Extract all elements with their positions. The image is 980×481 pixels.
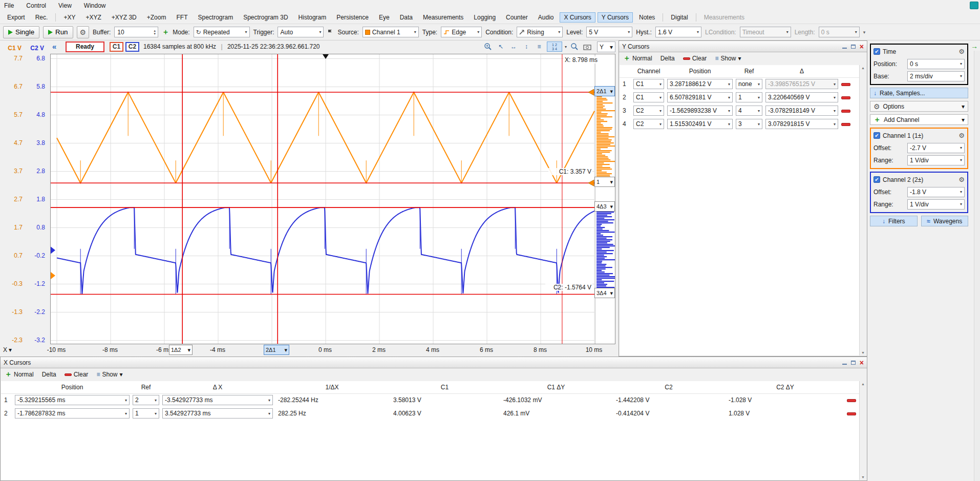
quad-view-toggle[interactable]: 1 23 4	[547, 41, 562, 52]
scope-settings-button[interactable]: ⚙	[77, 26, 90, 38]
y-cursors-titlebar[interactable]: Y Cursors ×	[619, 41, 867, 52]
time-position-dropdown[interactable]: 0 s▾	[907, 59, 965, 69]
zoom-in-icon[interactable]	[483, 41, 493, 52]
add-delta-cursor-button[interactable]: Delta	[661, 55, 675, 62]
channel2-chip[interactable]: C2	[125, 42, 139, 52]
remove-cursor-button[interactable]	[847, 399, 856, 402]
ref-dropdown[interactable]: 3▾	[736, 119, 762, 129]
show-menu-button[interactable]: ≡Show▾	[715, 55, 741, 62]
viewbar-histogram[interactable]: Histogram	[294, 12, 331, 23]
chevron-down-icon[interactable]: ▾	[565, 45, 567, 49]
channel1-range-dropdown[interactable]: 1 V/div▾	[907, 155, 965, 165]
viewbar-export[interactable]: Export	[3, 12, 29, 23]
viewbar-xy[interactable]: +XY	[59, 12, 79, 23]
options-dropdown[interactable]: ⚙ Options ▾	[870, 101, 968, 112]
channel2-range-dropdown[interactable]: 1 V/div▾	[907, 199, 965, 210]
channel1-chip[interactable]: C1	[110, 42, 123, 52]
fit-height-icon[interactable]: ↕	[521, 41, 531, 52]
viewbar-spectrogram3d[interactable]: Spectrogram 3D	[239, 12, 292, 23]
delta-dropdown[interactable]: -3.0782918149 V▾	[765, 106, 838, 116]
mode-dropdown[interactable]: ↻ Repeated ▾	[194, 27, 250, 37]
remove-cursor-button[interactable]	[847, 412, 856, 415]
levels-icon[interactable]: ≡	[534, 41, 544, 52]
viewbar-xyz[interactable]: +XYZ	[81, 12, 105, 23]
menu-view[interactable]: View	[58, 2, 72, 9]
close-icon[interactable]: ×	[860, 44, 864, 50]
x-cursor2-handle[interactable]: 2Δ1▾	[264, 345, 289, 355]
add-icon[interactable]: ＋	[162, 28, 169, 37]
buffer-spinner[interactable]: 10 ▲▼	[114, 27, 158, 37]
channel1-offset-dropdown[interactable]: -2.7 V▾	[907, 143, 965, 153]
remove-cursor-button[interactable]	[841, 83, 850, 86]
channel-dropdown[interactable]: C2▾	[633, 119, 664, 129]
menu-file[interactable]: File	[4, 2, 14, 9]
ref-dropdown[interactable]: 1▾	[133, 408, 159, 419]
viewbar-spectrogram[interactable]: Spectrogram	[194, 12, 237, 23]
waveform-plot[interactable]: X: 8.798 ms C1: 3.357 V C2: -1.5764 V 2Δ…	[50, 54, 615, 344]
viewbar-persistence[interactable]: Persistence	[332, 12, 373, 23]
position-dropdown[interactable]: -1.786287832 ms▾	[15, 408, 130, 419]
y-cursors-scrollbar[interactable]: ▲▼	[859, 65, 866, 355]
delta-x-dropdown[interactable]: 3.542927733 ms▾	[162, 408, 273, 419]
x-cursors-titlebar[interactable]: X Cursors ×	[1, 357, 867, 368]
expand-right-icon[interactable]: →	[971, 42, 978, 50]
toolbar-overflow-icon[interactable]: ▾	[863, 30, 866, 35]
ref-dropdown[interactable]: 4▾	[736, 106, 762, 116]
delta-x-dropdown[interactable]: -3.542927733 ms▾	[162, 395, 273, 405]
maximize-icon[interactable]	[851, 361, 856, 365]
x-cursors-scrollbar[interactable]: ▲▼	[859, 381, 866, 480]
viewbar-notes[interactable]: Notes	[635, 12, 659, 23]
viewbar-logging[interactable]: Logging	[470, 12, 500, 23]
shade-icon[interactable]	[842, 361, 847, 365]
add-delta-cursor-button[interactable]: Delta	[42, 371, 56, 378]
trigger-dropdown[interactable]: Auto ▾	[278, 27, 324, 37]
viewbar-eye[interactable]: Eye	[375, 12, 394, 23]
position-dropdown[interactable]: 6.507829181 V▾	[667, 92, 733, 102]
delta-dropdown[interactable]: 3.220640569 V▾	[765, 92, 838, 102]
screenshot-icon[interactable]	[582, 41, 592, 52]
channel1-checkbox[interactable]: ✔	[874, 132, 880, 139]
ref-dropdown[interactable]: none▾	[736, 79, 762, 89]
y-cursor4-handle[interactable]: 4Δ3▾	[594, 201, 615, 212]
menu-control[interactable]: Control	[26, 2, 46, 9]
rate-samples-button[interactable]: ↓ Rate, Samples...	[870, 88, 968, 98]
viewbar-fft[interactable]: FFT	[172, 12, 191, 23]
filters-button[interactable]: ↓ Filters	[870, 216, 918, 226]
viewbar-counter[interactable]: Counter	[502, 12, 532, 23]
window-scrollbar[interactable]	[974, 51, 980, 481]
viewbar-x-cursors[interactable]: X Cursors	[560, 12, 595, 23]
magnifier-icon[interactable]	[569, 41, 580, 52]
scroll-down-icon[interactable]: ▼	[861, 351, 865, 354]
viewbar-data[interactable]: Data	[396, 12, 417, 23]
scroll-up-icon[interactable]: ▲	[861, 382, 865, 386]
channel-dropdown[interactable]: C2▾	[633, 106, 664, 116]
channel2-checkbox[interactable]: ✔	[874, 176, 880, 183]
time-checkbox[interactable]: ✔	[874, 48, 880, 55]
collapse-left-icon[interactable]: «	[52, 43, 56, 50]
y-scale-dropdown[interactable]: Y ▾	[597, 41, 615, 52]
x-cursor1-handle[interactable]: 1Δ2▾	[169, 345, 193, 355]
x-scale-dropdown[interactable]: X ▾	[3, 346, 12, 353]
channel-dropdown[interactable]: C1▾	[633, 79, 664, 89]
gear-icon[interactable]: ⚙	[958, 48, 965, 55]
remove-cursor-button[interactable]	[841, 96, 850, 99]
viewbar-zoom[interactable]: +Zoom	[143, 12, 171, 23]
condition-dropdown[interactable]: Rising ▾	[517, 27, 563, 37]
add-normal-cursor-button[interactable]: ＋Normal	[5, 370, 34, 379]
position-dropdown[interactable]: 1.515302491 V▾	[667, 119, 733, 129]
y-cursor2-handle[interactable]: 2Δ1▾	[594, 86, 615, 96]
position-dropdown[interactable]: 3.287188612 V▾	[667, 79, 733, 89]
position-dropdown[interactable]: -5.329215565 ms▾	[15, 395, 130, 405]
y-cursor1-handle[interactable]: 1▾	[594, 177, 615, 187]
add-normal-cursor-button[interactable]: ＋Normal	[623, 54, 652, 63]
wavegens-button[interactable]: ≈ Wavegens	[921, 216, 969, 226]
viewbar-xyz3d[interactable]: +XYZ 3D	[108, 12, 141, 23]
ref-dropdown[interactable]: 1▾	[736, 92, 762, 102]
position-dropdown[interactable]: -1.5629893238 V▾	[667, 106, 733, 116]
pointer-icon[interactable]: ↖	[496, 41, 506, 52]
y-cursor3-handle[interactable]: 3Δ4▾	[594, 288, 615, 298]
fit-width-icon[interactable]: ↔	[508, 41, 519, 52]
viewbar-measurements[interactable]: Measurements	[419, 12, 467, 23]
remove-cursor-button[interactable]	[841, 110, 850, 113]
gear-icon[interactable]: ⚙	[958, 176, 965, 183]
